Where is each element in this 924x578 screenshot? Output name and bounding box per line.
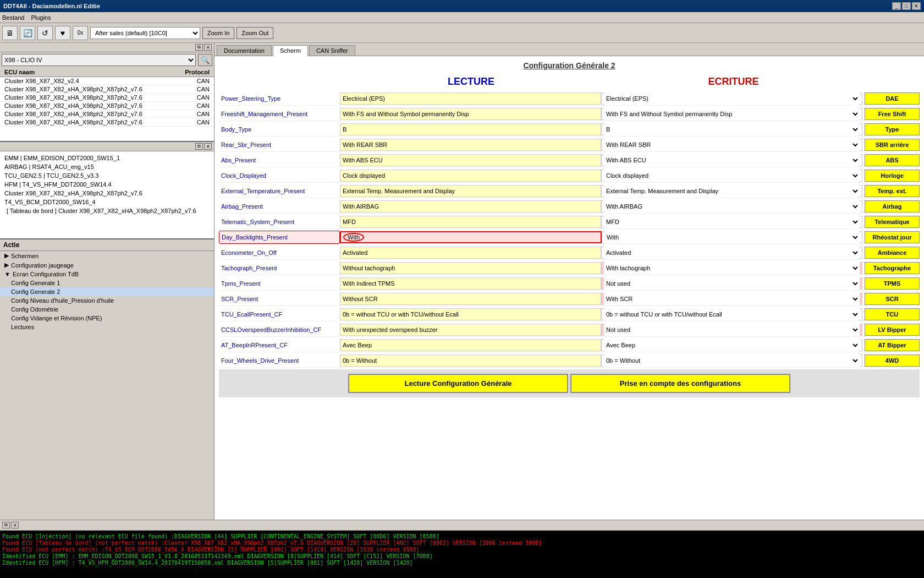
tab-can-sniffer[interactable]: CAN Sniffer [309,45,355,56]
config-ecriture-dropdown[interactable]: Avec Beep [604,339,860,351]
log-panel-restore[interactable]: ⧉ [2,522,10,528]
config-action-button[interactable]: DAE [865,92,920,105]
config-action-button[interactable]: ABS [865,154,920,166]
tree-item[interactable]: Config Niveau d'huile_Pression d'huile [0,296,214,305]
config-ecriture-dropdown[interactable]: With AIRBAG [604,200,860,212]
config-action-button[interactable]: SBR arrière [865,139,920,151]
zoom-in-button[interactable]: Zoom In [202,27,234,39]
config-action-button[interactable]: Free Shift [865,108,920,120]
middle-panel-item[interactable]: TCU_GEN2.5 | TCU_GEN2.5_v3.3 [2,171,212,180]
config-ecriture-value[interactable]: B [601,123,862,135]
tree-item[interactable]: Config Odométrie [0,305,214,314]
schermen-header[interactable]: ▶ Schermen [0,251,214,260]
config-ecriture-value[interactable]: With FS and Without Symbol permanently D… [601,108,862,120]
middle-panel-item[interactable]: T4_VS_BCM_DDT2000_SW16_4 [2,198,212,206]
maximize-button[interactable]: □ [902,2,911,10]
menu-plugins[interactable]: Plugins [31,14,51,21]
config-ecriture-dropdown[interactable]: Clock displayed [604,170,860,182]
config-ecriture-dropdown[interactable]: With ABS ECU [604,154,860,166]
config-ecriture-value[interactable]: With ABS ECU [601,154,862,166]
ecu-search-button[interactable]: 🔍 [198,54,212,66]
config-ecriture-dropdown[interactable]: External Temp. Measurement and Display [604,185,860,197]
ecu-panel-restore[interactable]: ⧉ [195,44,203,51]
ecu-row[interactable]: Cluster X98_X87_X82_xHA_X98ph2_X87ph2_v7… [0,118,214,127]
config-action-button[interactable]: AT Bipper [865,339,920,351]
config-action-button[interactable]: 4WD [865,355,920,367]
ecu-row[interactable]: Cluster X98_X87_X82_xHA_X98ph2_X87ph2_v7… [0,94,214,102]
config-ecriture-dropdown[interactable]: With SCR [604,293,860,305]
toolbar-btn-0x[interactable]: 0x [73,26,88,40]
config-action-button[interactable]: TCU [865,308,920,320]
config-action-button[interactable]: Type [865,123,920,135]
config-action-button[interactable]: TPMS [865,277,920,290]
config-ecriture-dropdown[interactable]: Activated [604,247,860,259]
tree-item[interactable]: Config Generale 1 [0,279,214,287]
config-ecriture-value[interactable]: Clock displayed [601,170,862,182]
config-ecriture-value[interactable]: 0b = Without [601,355,862,367]
config-ecriture-value[interactable]: Avec Beep [601,339,862,351]
ecu-dropdown[interactable]: X98 - CLIO IV [2,54,196,66]
config-action-button[interactable]: Airbag [865,200,920,212]
config-ecriture-dropdown[interactable]: Not used [604,324,860,336]
tree-item[interactable]: Config Vidange et Révision (NPE) [0,314,214,323]
middle-panel-item[interactable]: Cluster X98_X87_X82_xHA_X98ph2_X87ph2_v7… [2,189,212,198]
config-ecriture-dropdown[interactable]: With FS and Without Symbol permanently D… [604,108,860,120]
config-action-button[interactable]: SCR [865,293,920,305]
ecu-row[interactable]: Cluster X98_X87_X82_v2.4CAN [0,77,214,85]
config-ecriture-value[interactable]: MFD [601,216,862,228]
middle-panel-item[interactable]: EMM | EMM_EDISON_DDT2000_SW15_1 [2,154,212,162]
config-action-button[interactable]: Rhéostat jour [865,231,920,243]
ecu-panel-close[interactable]: ✕ [204,44,212,51]
ecu-row[interactable]: Cluster X98_X87_X82_xHA_X98ph2_X87ph2_v7… [0,85,214,94]
minimize-button[interactable]: _ [892,2,901,10]
config-ecriture-dropdown[interactable]: Electrical (EPS) [604,92,860,105]
config-ecriture-value[interactable]: With AIRBAG [601,200,862,212]
toolbar-btn-refresh[interactable]: ↺ [37,26,53,40]
config-ecriture-dropdown[interactable]: MFD [604,216,860,228]
config-ecriture-value[interactable]: Activated [601,247,862,259]
toolbar-btn-heart[interactable]: ♥ [55,26,70,40]
middle-panel-item[interactable]: AIRBAG | RSAT4_ACU_eng_v15 [2,162,212,171]
middle-panel-item[interactable]: HFM | T4_VS_HFM_DDT2000_SW14.4 [2,180,212,189]
config-ecriture-dropdown[interactable]: With [604,231,860,243]
config-ecriture-dropdown[interactable]: B [604,123,860,135]
tab-scherm[interactable]: Scherm [273,45,308,56]
tree-item[interactable]: ▶ Configuration jaugeage [0,260,214,270]
config-action-button[interactable]: Horloge [865,170,920,182]
config-ecriture-value[interactable]: With tachograph [601,262,862,274]
tree-item[interactable]: Lectures [0,323,214,331]
config-ecriture-dropdown[interactable]: Not used [604,277,860,290]
tree-item[interactable]: Config Generale 2 [0,287,214,296]
profile-dropdown[interactable]: After sales (default) [10C0] [90,27,200,39]
config-ecriture-dropdown[interactable]: With REAR SBR [604,139,860,151]
config-action-button[interactable]: Tachographe [865,262,920,274]
middle-panel-item[interactable]: [ Tableau de bord ] Cluster X98_X87_X82_… [2,206,212,215]
config-ecriture-value[interactable]: With [602,231,862,243]
zoom-out-button[interactable]: Zoom Out [237,27,273,39]
config-action-button[interactable]: LV Bipper [865,324,920,336]
config-action-button[interactable]: Ambiance [865,247,920,259]
ecu-row[interactable]: Cluster X98_X87_X82_xHA_X98ph2_X87ph2_v7… [0,102,214,110]
config-ecriture-value[interactable]: Not used [601,277,862,290]
lecture-config-button[interactable]: Lecture Configuration Générale [348,374,568,393]
tree-item[interactable]: ▼ Ecran Configuration TdB [0,270,214,279]
config-action-button[interactable]: Telematique [865,216,920,228]
middle-panel-close[interactable]: ✕ [204,143,212,150]
config-ecriture-value[interactable]: External Temp. Measurement and Display [601,185,862,197]
config-ecriture-value[interactable]: Not used [601,324,862,336]
config-ecriture-dropdown[interactable]: With tachograph [604,262,860,274]
toolbar-btn-1[interactable]: 🖥 [2,26,18,40]
prise-en-compte-button[interactable]: Prise en compte des configurations [570,374,790,393]
config-ecriture-value[interactable]: With REAR SBR [601,139,862,151]
config-ecriture-value[interactable]: With SCR [601,293,862,305]
config-ecriture-dropdown[interactable]: 0b = Without [604,355,860,367]
config-ecriture-dropdown[interactable]: 0b = without TCU or with TCU/without Eca… [604,308,860,320]
config-ecriture-value[interactable]: 0b = without TCU or with TCU/without Eca… [601,308,862,320]
config-action-button[interactable]: Temp. ext. [865,185,920,197]
ecu-row[interactable]: Cluster X98_X87_X82_xHA_X98ph2_X87ph2_v7… [0,110,214,118]
menu-bestand[interactable]: Bestand [2,14,24,21]
tab-documentation[interactable]: Documentation [217,45,272,56]
log-panel-close[interactable]: ✕ [11,522,19,528]
toolbar-btn-2[interactable]: 🔄 [20,26,35,40]
config-ecriture-value[interactable]: Electrical (EPS) [601,92,862,105]
